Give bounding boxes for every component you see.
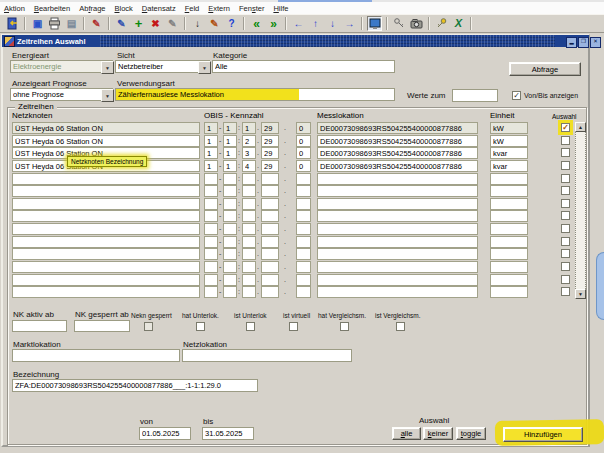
einheit-field[interactable] [490, 147, 528, 159]
auswahl-checkbox[interactable] [561, 287, 570, 296]
einheit-field[interactable] [490, 160, 528, 172]
menu-bearbeiten[interactable]: Bearbeiten [34, 4, 70, 13]
obis-field-3[interactable] [242, 173, 256, 185]
obis-field-1[interactable] [204, 135, 218, 147]
obis-field-5[interactable] [296, 248, 311, 260]
netzknoten-field[interactable] [12, 135, 200, 147]
sicht-dropdown-icon[interactable]: ▼ [198, 61, 211, 74]
alle-button[interactable]: alle [392, 427, 421, 440]
flag-ist-virtuell-checkbox[interactable] [289, 322, 298, 331]
prev-block-icon[interactable]: « [249, 16, 264, 31]
obis-field-5[interactable] [296, 160, 311, 172]
obis-field-3[interactable] [242, 261, 256, 273]
obis-field-4[interactable] [261, 135, 279, 147]
messlokation-field[interactable] [317, 274, 478, 286]
einheit-field[interactable] [490, 261, 528, 273]
anzeigeart-dropdown-icon[interactable]: ▼ [101, 89, 114, 102]
menu-hilfe[interactable]: Hilfe [273, 4, 288, 13]
auswahl-checkbox[interactable]: ✓ [561, 123, 570, 132]
netzknoten-field[interactable] [12, 185, 200, 197]
netzknoten-field[interactable] [12, 248, 200, 260]
nk-gesperrt-field[interactable] [74, 320, 130, 332]
excel-icon[interactable]: X [451, 16, 466, 31]
obis-field-4[interactable] [261, 210, 279, 222]
obis-field-4[interactable] [261, 198, 279, 210]
obis-field-3[interactable] [242, 122, 256, 134]
menu-block[interactable]: Block [114, 4, 132, 13]
obis-field-5[interactable] [296, 223, 311, 235]
abfrage-button[interactable]: Abfrage [509, 62, 581, 76]
obis-field-1[interactable] [204, 223, 218, 235]
einheit-field[interactable] [490, 223, 528, 235]
obis-field-4[interactable] [261, 261, 279, 273]
obis-field-2[interactable] [223, 160, 237, 172]
obis-field-4[interactable] [261, 160, 279, 172]
obis-field-1[interactable] [204, 160, 218, 172]
obis-field-1[interactable] [204, 274, 218, 286]
obis-field-3[interactable] [242, 147, 256, 159]
obis-field-1[interactable] [204, 210, 218, 222]
save-icon[interactable]: ▣ [30, 16, 45, 31]
werte-zum-field[interactable] [452, 89, 498, 102]
netzknoten-field[interactable] [12, 223, 200, 235]
obis-field-3[interactable] [242, 274, 256, 286]
einheit-field[interactable] [490, 248, 528, 260]
netzknoten-field[interactable] [12, 261, 200, 273]
anzeigeart-select[interactable] [10, 88, 113, 101]
einheit-field[interactable] [490, 135, 528, 147]
nk-aktiv-field[interactable] [12, 320, 67, 332]
bezeichnung-field[interactable] [12, 379, 258, 392]
nav-right-icon[interactable]: → [342, 16, 357, 31]
obis-field-3[interactable] [242, 248, 256, 260]
obis-field-1[interactable] [204, 198, 218, 210]
obis-field-1[interactable] [204, 147, 218, 159]
obis-field-4[interactable] [261, 173, 279, 185]
auswahl-checkbox[interactable] [561, 224, 570, 233]
enter-query-icon[interactable]: ✎ [114, 16, 129, 31]
nav-up-icon[interactable]: ↑ [308, 16, 323, 31]
messlokation-field[interactable] [317, 198, 478, 210]
delete-record-icon[interactable]: ✖ [148, 16, 163, 31]
print-icon[interactable] [47, 16, 62, 31]
flag-ist-vergleichsm-checkbox[interactable] [396, 322, 405, 331]
flag-hat-unterlok-checkbox[interactable] [196, 322, 205, 331]
obis-field-2[interactable] [223, 210, 237, 222]
close-button[interactable]: ✕ [590, 37, 601, 48]
key-help-icon[interactable] [434, 16, 449, 31]
scroll-down-icon[interactable]: ▼ [575, 289, 586, 299]
obis-field-4[interactable] [261, 236, 279, 248]
messlokation-field[interactable] [317, 147, 478, 159]
obis-field-2[interactable] [223, 135, 237, 147]
cancel-query-icon[interactable]: ✎ [165, 16, 180, 31]
toggle-button[interactable]: toggle [456, 427, 486, 440]
auswahl-checkbox[interactable] [561, 249, 570, 258]
einheit-field[interactable] [490, 210, 528, 222]
download-icon[interactable]: ↓ [190, 16, 205, 31]
auswahl-checkbox[interactable] [561, 174, 570, 183]
menu-aktion[interactable]: Aktion [4, 4, 25, 13]
menu-abfrage[interactable]: Abfrage [79, 4, 105, 13]
obis-field-5[interactable] [296, 261, 311, 273]
menu-datensatz[interactable]: Datensatz [142, 4, 176, 13]
menu-extern[interactable]: Extern [208, 4, 230, 13]
obis-field-2[interactable] [223, 248, 237, 260]
auswahl-checkbox[interactable] [561, 211, 570, 220]
netzknoten-field[interactable] [12, 122, 200, 134]
kategorie-field[interactable] [212, 60, 395, 73]
einheit-field[interactable] [490, 286, 528, 298]
keiner-button[interactable]: keiner [423, 427, 453, 440]
obis-field-3[interactable] [242, 198, 256, 210]
obis-field-5[interactable] [296, 135, 311, 147]
edit-icon[interactable]: ✎ [207, 16, 222, 31]
obis-field-4[interactable] [261, 147, 279, 159]
messlokation-field[interactable] [317, 135, 478, 147]
obis-field-5[interactable] [296, 274, 311, 286]
netzknoten-field[interactable] [12, 210, 200, 222]
einheit-field[interactable] [490, 173, 528, 185]
obis-field-5[interactable] [296, 173, 311, 185]
messlokation-field[interactable] [317, 236, 478, 248]
auswahl-checkbox[interactable] [561, 199, 570, 208]
obis-field-1[interactable] [204, 122, 218, 134]
auswahl-checkbox[interactable] [561, 136, 570, 145]
obis-field-3[interactable] [242, 185, 256, 197]
